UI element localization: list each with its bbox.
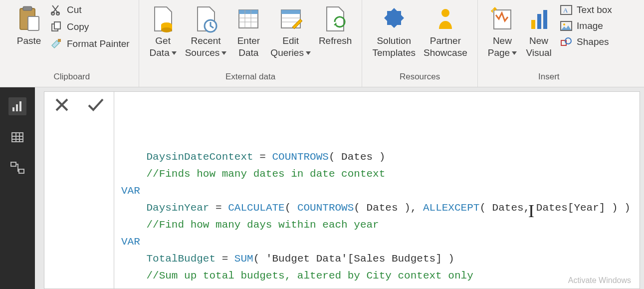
edit-queries-label: EditQueries [270, 35, 311, 59]
formula-line: DaysinDateContext = COUNTROWS( Dates ) [121, 149, 633, 166]
svg-rect-41 [11, 162, 16, 166]
paste-icon [15, 4, 43, 34]
get-data-icon [149, 4, 177, 34]
recent-sources-button[interactable]: RecentSources [181, 1, 231, 59]
cut-label: Cut [67, 4, 82, 15]
relationship-icon [10, 161, 25, 175]
svg-rect-19 [281, 10, 300, 14]
enter-data-button[interactable]: EnterData [230, 1, 266, 59]
left-nav [0, 87, 35, 289]
formula-line: //Sum up total budgets, altered by City … [121, 268, 633, 285]
formula-line: VAR [121, 234, 633, 251]
formula-line: //Finds how many dates in date context [121, 166, 633, 183]
solution-templates-button[interactable]: SolutionTemplates [368, 1, 420, 59]
workspace: Com I DaysinDateContext = COUNTROWS( Dat… [0, 87, 644, 289]
solution-templates-icon [380, 4, 408, 34]
svg-rect-42 [19, 169, 24, 173]
chevron-down-icon [512, 51, 517, 55]
svg-rect-35 [19, 101, 21, 111]
chevron-down-icon [306, 51, 311, 55]
svg-rect-6 [54, 22, 60, 29]
table-icon [10, 130, 24, 144]
partner-showcase-button[interactable]: PartnerShowcase [420, 1, 471, 59]
nav-model-view[interactable] [8, 159, 26, 177]
new-page-button[interactable]: NewPage [484, 1, 521, 59]
nav-report-view[interactable] [8, 97, 26, 115]
format-painter-icon [50, 38, 63, 50]
partner-showcase-icon [431, 4, 459, 34]
new-visual-icon [525, 4, 553, 34]
ribbon-group-label-insert: Insert [484, 70, 614, 85]
format-painter-button[interactable]: Format Painter [50, 38, 130, 50]
image-label: Image [577, 20, 603, 31]
svg-rect-13 [239, 10, 258, 14]
solution-templates-label: SolutionTemplates [372, 35, 416, 59]
copy-label: Copy [67, 21, 89, 32]
formula-line: TotalBudget = SUM( 'Budget Data'[Sales B… [121, 251, 633, 268]
ribbon-group-clipboard: Paste Cut Copy [5, 0, 139, 87]
ribbon-group-resources: SolutionTemplates PartnerShowcase Resour… [362, 0, 477, 87]
enter-data-label: EnterData [237, 35, 260, 59]
get-data-label: GetData [150, 35, 177, 59]
chevron-down-icon [172, 51, 177, 55]
ribbon-group-label-external-data: External data [145, 70, 356, 85]
partner-showcase-label: PartnerShowcase [424, 35, 467, 59]
check-icon [87, 97, 104, 112]
new-visual-button[interactable]: NewVisual [521, 1, 557, 59]
text-box-icon: A [560, 4, 573, 16]
ribbon-group-label-resources: Resources [368, 70, 471, 85]
formula-commit-button[interactable] [87, 97, 104, 116]
bar-chart-icon [10, 99, 24, 113]
refresh-icon [321, 4, 349, 34]
svg-rect-24 [531, 20, 535, 29]
text-box-button[interactable]: A Text box [560, 4, 612, 16]
formula-line: VAR [121, 183, 633, 200]
svg-rect-34 [16, 104, 18, 111]
copy-icon [50, 21, 63, 33]
edit-queries-button[interactable]: EditQueries [266, 1, 315, 59]
canvas-area: Com I DaysinDateContext = COUNTROWS( Dat… [35, 87, 644, 289]
svg-rect-25 [537, 14, 541, 29]
svg-point-30 [563, 23, 565, 25]
svg-rect-33 [12, 107, 14, 111]
ribbon-group-external-data: GetData RecentSources EnterData EditQuer… [139, 0, 363, 87]
ribbon: Paste Cut Copy [0, 0, 644, 87]
formula-bar: I DaysinDateContext = COUNTROWS( Dates )… [44, 91, 640, 289]
formula-line: DaysinYear = CALCULATE( COUNTROWS( Dates… [121, 200, 633, 217]
svg-rect-2 [28, 16, 39, 30]
formula-editor[interactable]: I DaysinDateContext = COUNTROWS( Dates )… [114, 92, 640, 289]
new-page-icon [488, 4, 516, 34]
cut-button[interactable]: Cut [50, 4, 130, 16]
formula-cancel-button[interactable] [54, 97, 69, 116]
svg-point-22 [441, 9, 449, 17]
copy-button[interactable]: Copy [50, 21, 130, 33]
activate-windows-watermark: Activate Windows [568, 276, 631, 285]
new-visual-label: NewVisual [526, 35, 551, 59]
image-button[interactable]: Image [560, 20, 612, 32]
format-painter-label: Format Painter [67, 38, 130, 49]
refresh-button[interactable]: Refresh [315, 1, 356, 47]
shapes-button[interactable]: Shapes [560, 36, 612, 48]
paste-button[interactable]: Paste [11, 1, 47, 47]
svg-rect-1 [23, 6, 32, 10]
svg-point-10 [161, 27, 172, 32]
close-icon [54, 97, 69, 112]
ribbon-group-insert: NewPage NewVisual A Text box [478, 0, 620, 87]
cut-icon [50, 4, 63, 16]
paste-label: Paste [17, 35, 41, 47]
text-cursor-icon: I [528, 197, 529, 212]
get-data-button[interactable]: GetData [145, 1, 181, 59]
recent-sources-icon [192, 4, 220, 34]
formula-line: RETURN [121, 285, 633, 289]
formula-line: //Find how many days within each year [121, 217, 633, 234]
recent-sources-label: RecentSources [185, 35, 227, 59]
svg-text:A: A [563, 6, 568, 14]
text-box-label: Text box [577, 4, 612, 15]
image-icon [560, 20, 573, 32]
shapes-label: Shapes [577, 36, 609, 47]
enter-data-icon [234, 4, 262, 34]
svg-rect-36 [12, 133, 23, 142]
edit-queries-icon [277, 4, 305, 34]
nav-data-view[interactable] [8, 128, 26, 146]
ribbon-group-label-clipboard: Clipboard [11, 70, 133, 85]
